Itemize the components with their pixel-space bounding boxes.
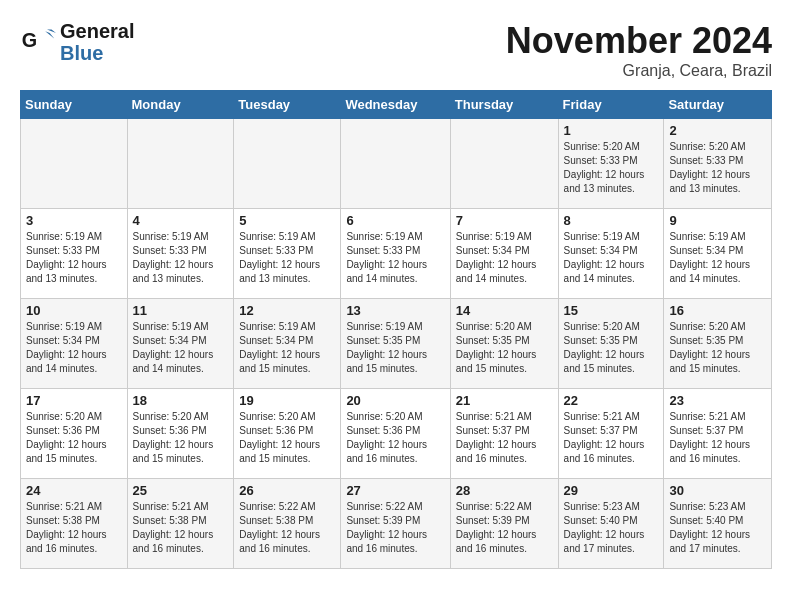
day-number: 17 <box>26 393 122 408</box>
day-info: Sunrise: 5:20 AM Sunset: 5:36 PM Dayligh… <box>346 410 444 466</box>
day-info: Sunrise: 5:20 AM Sunset: 5:36 PM Dayligh… <box>133 410 229 466</box>
calendar-cell: 17Sunrise: 5:20 AM Sunset: 5:36 PM Dayli… <box>21 389 128 479</box>
calendar-cell: 22Sunrise: 5:21 AM Sunset: 5:37 PM Dayli… <box>558 389 664 479</box>
day-info: Sunrise: 5:20 AM Sunset: 5:35 PM Dayligh… <box>456 320 553 376</box>
day-number: 14 <box>456 303 553 318</box>
day-number: 30 <box>669 483 766 498</box>
logo-general: General <box>60 20 134 42</box>
calendar-cell: 27Sunrise: 5:22 AM Sunset: 5:39 PM Dayli… <box>341 479 450 569</box>
calendar-cell: 6Sunrise: 5:19 AM Sunset: 5:33 PM Daylig… <box>341 209 450 299</box>
logo: G General Blue <box>20 20 134 64</box>
day-number: 11 <box>133 303 229 318</box>
day-number: 21 <box>456 393 553 408</box>
day-number: 8 <box>564 213 659 228</box>
day-info: Sunrise: 5:20 AM Sunset: 5:35 PM Dayligh… <box>669 320 766 376</box>
day-number: 6 <box>346 213 444 228</box>
month-title: November 2024 <box>506 20 772 62</box>
day-info: Sunrise: 5:20 AM Sunset: 5:33 PM Dayligh… <box>564 140 659 196</box>
day-info: Sunrise: 5:20 AM Sunset: 5:36 PM Dayligh… <box>26 410 122 466</box>
weekday-header-thursday: Thursday <box>450 91 558 119</box>
day-info: Sunrise: 5:22 AM Sunset: 5:39 PM Dayligh… <box>346 500 444 556</box>
calendar-table: SundayMondayTuesdayWednesdayThursdayFrid… <box>20 90 772 569</box>
day-number: 23 <box>669 393 766 408</box>
day-number: 18 <box>133 393 229 408</box>
calendar-cell: 9Sunrise: 5:19 AM Sunset: 5:34 PM Daylig… <box>664 209 772 299</box>
calendar-cell: 21Sunrise: 5:21 AM Sunset: 5:37 PM Dayli… <box>450 389 558 479</box>
title-block: November 2024 Granja, Ceara, Brazil <box>506 20 772 80</box>
day-number: 10 <box>26 303 122 318</box>
weekday-header-saturday: Saturday <box>664 91 772 119</box>
calendar-cell <box>127 119 234 209</box>
day-info: Sunrise: 5:19 AM Sunset: 5:34 PM Dayligh… <box>564 230 659 286</box>
calendar-cell: 7Sunrise: 5:19 AM Sunset: 5:34 PM Daylig… <box>450 209 558 299</box>
day-info: Sunrise: 5:20 AM Sunset: 5:35 PM Dayligh… <box>564 320 659 376</box>
calendar-cell: 29Sunrise: 5:23 AM Sunset: 5:40 PM Dayli… <box>558 479 664 569</box>
day-info: Sunrise: 5:19 AM Sunset: 5:33 PM Dayligh… <box>26 230 122 286</box>
day-info: Sunrise: 5:22 AM Sunset: 5:39 PM Dayligh… <box>456 500 553 556</box>
day-info: Sunrise: 5:23 AM Sunset: 5:40 PM Dayligh… <box>564 500 659 556</box>
calendar-cell: 12Sunrise: 5:19 AM Sunset: 5:34 PM Dayli… <box>234 299 341 389</box>
calendar-cell: 26Sunrise: 5:22 AM Sunset: 5:38 PM Dayli… <box>234 479 341 569</box>
day-number: 12 <box>239 303 335 318</box>
calendar-cell: 30Sunrise: 5:23 AM Sunset: 5:40 PM Dayli… <box>664 479 772 569</box>
calendar-cell: 3Sunrise: 5:19 AM Sunset: 5:33 PM Daylig… <box>21 209 128 299</box>
day-number: 9 <box>669 213 766 228</box>
day-info: Sunrise: 5:23 AM Sunset: 5:40 PM Dayligh… <box>669 500 766 556</box>
day-info: Sunrise: 5:21 AM Sunset: 5:38 PM Dayligh… <box>26 500 122 556</box>
calendar-week-row: 10Sunrise: 5:19 AM Sunset: 5:34 PM Dayli… <box>21 299 772 389</box>
day-number: 5 <box>239 213 335 228</box>
calendar-week-row: 24Sunrise: 5:21 AM Sunset: 5:38 PM Dayli… <box>21 479 772 569</box>
calendar-cell <box>341 119 450 209</box>
calendar-week-row: 17Sunrise: 5:20 AM Sunset: 5:36 PM Dayli… <box>21 389 772 479</box>
day-number: 25 <box>133 483 229 498</box>
day-number: 13 <box>346 303 444 318</box>
day-info: Sunrise: 5:19 AM Sunset: 5:34 PM Dayligh… <box>26 320 122 376</box>
day-info: Sunrise: 5:21 AM Sunset: 5:37 PM Dayligh… <box>456 410 553 466</box>
day-info: Sunrise: 5:19 AM Sunset: 5:34 PM Dayligh… <box>239 320 335 376</box>
day-info: Sunrise: 5:19 AM Sunset: 5:34 PM Dayligh… <box>669 230 766 286</box>
weekday-header-wednesday: Wednesday <box>341 91 450 119</box>
svg-marker-1 <box>45 31 54 38</box>
day-info: Sunrise: 5:22 AM Sunset: 5:38 PM Dayligh… <box>239 500 335 556</box>
day-info: Sunrise: 5:19 AM Sunset: 5:35 PM Dayligh… <box>346 320 444 376</box>
calendar-cell: 10Sunrise: 5:19 AM Sunset: 5:34 PM Dayli… <box>21 299 128 389</box>
calendar-cell: 24Sunrise: 5:21 AM Sunset: 5:38 PM Dayli… <box>21 479 128 569</box>
day-number: 2 <box>669 123 766 138</box>
calendar-cell: 18Sunrise: 5:20 AM Sunset: 5:36 PM Dayli… <box>127 389 234 479</box>
day-number: 29 <box>564 483 659 498</box>
calendar-cell <box>21 119 128 209</box>
day-number: 7 <box>456 213 553 228</box>
calendar-cell: 20Sunrise: 5:20 AM Sunset: 5:36 PM Dayli… <box>341 389 450 479</box>
svg-text:G: G <box>22 29 37 51</box>
day-number: 3 <box>26 213 122 228</box>
calendar-cell <box>234 119 341 209</box>
location: Granja, Ceara, Brazil <box>506 62 772 80</box>
weekday-header-tuesday: Tuesday <box>234 91 341 119</box>
day-info: Sunrise: 5:20 AM Sunset: 5:33 PM Dayligh… <box>669 140 766 196</box>
logo-icon: G <box>20 24 56 60</box>
day-info: Sunrise: 5:21 AM Sunset: 5:38 PM Dayligh… <box>133 500 229 556</box>
weekday-header-monday: Monday <box>127 91 234 119</box>
calendar-week-row: 3Sunrise: 5:19 AM Sunset: 5:33 PM Daylig… <box>21 209 772 299</box>
day-info: Sunrise: 5:19 AM Sunset: 5:34 PM Dayligh… <box>456 230 553 286</box>
day-number: 1 <box>564 123 659 138</box>
weekday-header-friday: Friday <box>558 91 664 119</box>
day-info: Sunrise: 5:19 AM Sunset: 5:34 PM Dayligh… <box>133 320 229 376</box>
day-info: Sunrise: 5:19 AM Sunset: 5:33 PM Dayligh… <box>346 230 444 286</box>
svg-marker-2 <box>47 29 56 33</box>
calendar-cell: 15Sunrise: 5:20 AM Sunset: 5:35 PM Dayli… <box>558 299 664 389</box>
day-number: 27 <box>346 483 444 498</box>
calendar-cell: 2Sunrise: 5:20 AM Sunset: 5:33 PM Daylig… <box>664 119 772 209</box>
calendar-cell: 25Sunrise: 5:21 AM Sunset: 5:38 PM Dayli… <box>127 479 234 569</box>
day-number: 24 <box>26 483 122 498</box>
weekday-header-sunday: Sunday <box>21 91 128 119</box>
calendar-cell: 16Sunrise: 5:20 AM Sunset: 5:35 PM Dayli… <box>664 299 772 389</box>
calendar-cell: 23Sunrise: 5:21 AM Sunset: 5:37 PM Dayli… <box>664 389 772 479</box>
day-number: 15 <box>564 303 659 318</box>
day-number: 26 <box>239 483 335 498</box>
calendar-cell: 28Sunrise: 5:22 AM Sunset: 5:39 PM Dayli… <box>450 479 558 569</box>
calendar-cell: 13Sunrise: 5:19 AM Sunset: 5:35 PM Dayli… <box>341 299 450 389</box>
day-info: Sunrise: 5:19 AM Sunset: 5:33 PM Dayligh… <box>239 230 335 286</box>
calendar-cell: 8Sunrise: 5:19 AM Sunset: 5:34 PM Daylig… <box>558 209 664 299</box>
calendar-week-row: 1Sunrise: 5:20 AM Sunset: 5:33 PM Daylig… <box>21 119 772 209</box>
